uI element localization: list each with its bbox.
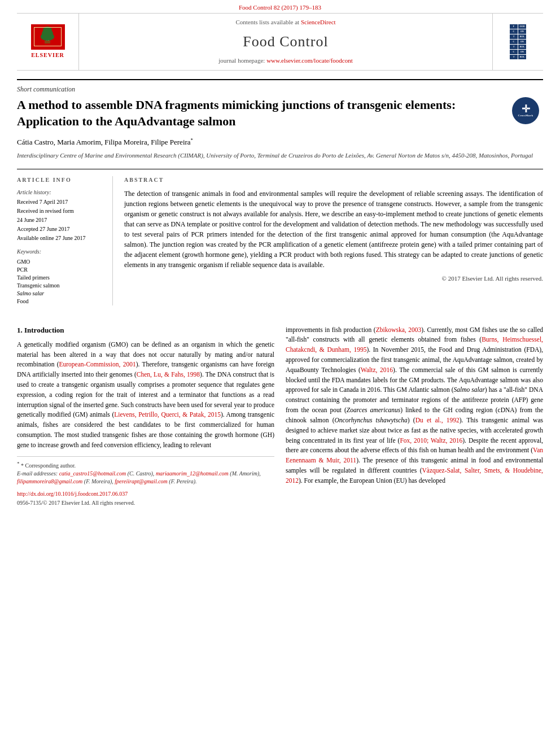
journal-right-logo: F OOD C ON T ROL C ON T ROL (492, 14, 543, 69)
ref-van-eenennaam[interactable]: Van Eenennaam & Muir, 2011 (286, 447, 543, 464)
crossmark-circle: ✛ CrossMark (512, 97, 539, 124)
body-col-right: improvements in fish production (Zbikows… (286, 325, 543, 507)
contents-label: Contents lists available at (235, 19, 299, 25)
ref-burns[interactable]: Burns, Heimschuessel, Chatakcndi, & Dunh… (286, 336, 543, 353)
email-pereira[interactable]: fpereiirapt@gmail.com (115, 478, 168, 484)
article-info-heading: ARTICLE INFO (17, 176, 106, 184)
keyword-2: PCR (17, 266, 106, 274)
authors-line: Cátia Castro, Maria Amorim, Filipa Morei… (17, 137, 543, 148)
homepage-link[interactable]: www.elsevier.com/locate/foodcont (266, 57, 353, 64)
homepage-label: journal homepage: (218, 57, 265, 64)
ref-european-commission[interactable]: European-Commission, 2001 (59, 361, 136, 368)
fc-cell: ROL (518, 55, 526, 59)
sciencedirect-link[interactable]: ScienceDirect (301, 19, 336, 25)
fc-cell: ON (518, 50, 526, 54)
fc-cell: C (510, 29, 518, 34)
history-label: Article history: (17, 189, 106, 196)
email-castro[interactable]: catia_castro15@hotmail.com (59, 470, 126, 477)
footnote-corresponding: * * Corresponding author. (17, 460, 274, 470)
keywords-label: Keywords: (17, 248, 106, 256)
email-amorim[interactable]: mariaamorim_12@hotmail.com (156, 470, 229, 477)
abstract-heading: ABSTRACT (124, 176, 543, 184)
fc-cell: ROL (518, 45, 526, 49)
doi-link[interactable]: http://dx.doi.org/10.1016/j.foodcont.201… (17, 490, 274, 498)
fc-cell: ROL (518, 34, 526, 39)
intro-number: 1. (17, 326, 23, 334)
crossmark-badge[interactable]: ✛ CrossMark (512, 97, 543, 128)
ref-du[interactable]: Du et al., 1992 (415, 417, 460, 423)
authors-text: Cátia Castro, Maria Amorim, Filipa Morei… (17, 138, 191, 146)
accepted-date: Accepted 27 June 2017 (17, 225, 106, 233)
svg-point-4 (41, 33, 54, 41)
keyword-3: Tailed primers (17, 274, 106, 282)
ref-waltz[interactable]: Waltz, 2016 (361, 366, 393, 373)
fc-cell: T (510, 55, 518, 59)
journal-header: ELSEVIER Contents lists available at Sci… (17, 13, 543, 70)
revised-label: Received in revised form (17, 207, 106, 215)
article-title-text: A method to assemble DNA fragments mimic… (17, 98, 456, 128)
fc-cell: T (510, 34, 518, 39)
citation-text: Food Control 82 (2017) 179–183 (239, 4, 321, 11)
crossmark-label: CrossMark (518, 114, 533, 118)
keyword-4: Transgenic salmon (17, 282, 106, 290)
ref-fox[interactable]: Fox, 2010; Waltz, 2016 (400, 437, 462, 444)
intro-title: Introduction (24, 326, 64, 334)
fc-cell: C (510, 50, 518, 54)
revised-date: 24 June 2017 (17, 216, 106, 224)
ref-zbikowska[interactable]: Zbikowska, 2003 (376, 326, 422, 333)
ref-vazquez[interactable]: Vàzquez-Salat, Salter, Smets, & Houdebin… (286, 467, 543, 484)
ref-lievens[interactable]: Lievens, Petrillo, Querci, & Patak, 2015 (114, 411, 221, 418)
sciencedirect-line: Contents lists available at ScienceDirec… (235, 18, 335, 27)
article-info-column: ARTICLE INFO Article history: Received 7… (17, 176, 113, 305)
elsevier-logo: ELSEVIER (17, 14, 79, 69)
available-date: Available online 27 June 2017 (17, 234, 106, 242)
received-date: Received 7 April 2017 (17, 198, 106, 206)
svg-rect-6 (34, 27, 62, 28)
affiliation-text: Interdisciplinary Centre of Marine and E… (17, 151, 543, 160)
fc-cell: F (510, 24, 518, 29)
email-moreira[interactable]: filipammoreira8@gmail.com (17, 478, 82, 484)
article-content: Short communication A method to assemble… (0, 71, 560, 317)
article-info-abstract: ARTICLE INFO Article history: Received 7… (17, 169, 543, 305)
fc-cell: C (510, 40, 518, 44)
abstract-text: The detection of transgenic animals in f… (124, 189, 543, 270)
journal-center: Contents lists available at ScienceDirec… (79, 14, 492, 69)
svg-rect-5 (45, 41, 50, 43)
article-body: 1. Introduction A genetically modified o… (0, 325, 560, 507)
keyword-6: Food (17, 298, 106, 305)
keyword-1: GMO (17, 258, 106, 266)
fc-cell: T (510, 45, 518, 49)
journal-title: Food Control (243, 32, 328, 52)
elsevier-emblem (31, 24, 65, 50)
footnote-section: * * Corresponding author. E-mail address… (17, 456, 274, 507)
food-control-logo: F OOD C ON T ROL C ON T ROL (510, 24, 526, 59)
crossmark-cross-icon: ✛ (522, 104, 530, 114)
copyright-line: © 2017 Elsevier Ltd. All rights reserved… (124, 274, 543, 283)
svg-rect-9 (61, 27, 62, 46)
fc-cell: OOD (518, 24, 526, 29)
elsevier-svg (32, 25, 63, 48)
article-title: A method to assemble DNA fragments mimic… (17, 97, 543, 129)
footnote-corresponding-label: * Corresponding author. (21, 462, 76, 469)
article-type-label: Short communication (17, 79, 543, 94)
page-wrapper: Food Control 82 (2017) 179–183 (0, 0, 560, 747)
intro-paragraph-1: A genetically modified organism (GMO) ca… (17, 340, 274, 451)
elsevier-wordmark: ELSEVIER (31, 51, 64, 59)
intro-heading: 1. Introduction (17, 325, 274, 335)
abstract-column: ABSTRACT The detection of transgenic ani… (124, 176, 543, 305)
keyword-5: Salmo salar (17, 290, 106, 298)
homepage-line: journal homepage: www.elsevier.com/locat… (218, 56, 353, 65)
fc-cell: ON (518, 29, 526, 34)
body-col-left: 1. Introduction A genetically modified o… (17, 325, 274, 507)
svg-rect-8 (34, 27, 34, 46)
svg-rect-7 (34, 46, 62, 46)
issn-line: 0956-7135/© 2017 Elsevier Ltd. All right… (17, 499, 274, 507)
corresponding-marker: * (191, 137, 194, 143)
ref-chen[interactable]: Chen, Lu, & Fahs, 1998 (137, 371, 200, 378)
journal-top-citation: Food Control 82 (2017) 179–183 (0, 0, 560, 13)
fc-cell: ON (518, 40, 526, 44)
email-label: E-mail addresses: (17, 470, 59, 477)
intro-paragraph-2: improvements in fish production (Zbikows… (286, 325, 543, 486)
footnote-emails: E-mail addresses: catia_castro15@hotmail… (17, 470, 274, 486)
